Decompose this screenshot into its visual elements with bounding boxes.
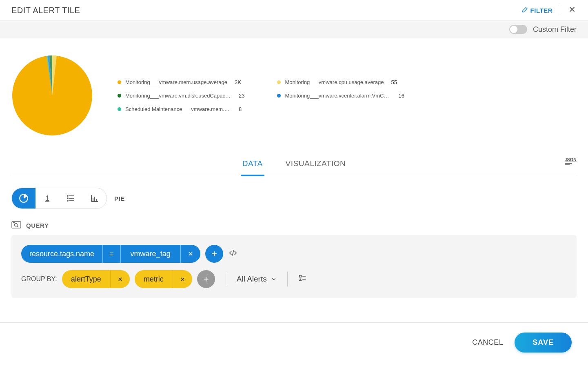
divider bbox=[560, 5, 560, 15]
svg-point-17 bbox=[14, 222, 15, 223]
legend-item: Scheduled Maintenance___vmware.mem.usage… bbox=[118, 106, 244, 112]
viz-pie-button[interactable] bbox=[12, 188, 36, 209]
tabs-bar: DATA VISUALIZATION JSON bbox=[11, 153, 577, 176]
close-button[interactable] bbox=[568, 5, 577, 16]
svg-point-2 bbox=[67, 195, 68, 196]
legend-label: Monitoring___vmware.vm.disk.usedCapacity… bbox=[125, 93, 231, 99]
svg-point-4 bbox=[67, 198, 68, 199]
legend-dot-icon bbox=[118, 94, 121, 98]
json-icon bbox=[565, 163, 572, 164]
query-icon bbox=[11, 221, 21, 229]
header-actions: FILTER bbox=[521, 5, 577, 16]
legend-dot-icon bbox=[118, 80, 121, 84]
query-box: resource.tags.name = vmware_tag GROUP BY… bbox=[11, 235, 577, 298]
filter-value[interactable]: vmware_tag bbox=[121, 245, 180, 263]
filter-button[interactable]: FILTER bbox=[521, 7, 552, 14]
svg-point-14 bbox=[15, 224, 18, 226]
tab-visualization[interactable]: VISUALIZATION bbox=[284, 153, 348, 176]
chart-area: Monitoring___vmware.mem.usage.average 3K… bbox=[0, 38, 588, 153]
legend-label: Monitoring___vmware.mem.usage.average bbox=[125, 79, 227, 85]
legend-column: Monitoring___vmware.cpu.usage.average 55… bbox=[277, 79, 404, 112]
viz-selector-row: 1 PIE bbox=[0, 176, 588, 213]
group-tag-label: alertType bbox=[62, 270, 110, 288]
divider bbox=[287, 272, 288, 286]
viz-number-button[interactable]: 1 bbox=[36, 188, 59, 209]
chevron-down-icon bbox=[271, 276, 277, 282]
custom-filter-label: Custom Filter bbox=[533, 25, 577, 34]
legend-value: 8 bbox=[239, 106, 242, 112]
viz-bar-button[interactable] bbox=[83, 188, 107, 209]
legend-dot-icon bbox=[118, 107, 121, 111]
filter-remove-button[interactable] bbox=[180, 245, 200, 263]
group-tag[interactable]: metric bbox=[135, 270, 192, 288]
alerts-dropdown[interactable]: All Alerts bbox=[237, 275, 277, 284]
save-button[interactable]: SAVE bbox=[515, 333, 572, 353]
code-icon bbox=[228, 249, 238, 257]
json-button[interactable]: JSON bbox=[565, 157, 577, 165]
legend-label: Monitoring___vmware.vcenter.alarm.VmCPUU… bbox=[285, 93, 391, 99]
number-icon: 1 bbox=[45, 194, 49, 203]
bar-chart-icon bbox=[90, 193, 100, 203]
query-header: QUERY bbox=[11, 221, 577, 229]
pie-icon bbox=[18, 193, 29, 204]
svg-point-16 bbox=[13, 222, 13, 223]
subheader-bar: Custom Filter bbox=[0, 21, 588, 38]
sort-button[interactable] bbox=[298, 274, 307, 284]
viz-list-button[interactable] bbox=[59, 188, 83, 209]
legend-column: Monitoring___vmware.mem.usage.average 3K… bbox=[118, 79, 244, 112]
group-tag[interactable]: alertType bbox=[62, 270, 130, 288]
legend-value: 23 bbox=[239, 93, 244, 99]
legend-item: Monitoring___vmware.mem.usage.average 3K bbox=[118, 79, 244, 85]
group-tag-remove-button[interactable] bbox=[173, 270, 192, 288]
close-icon bbox=[187, 251, 194, 257]
groupby-row: GROUP BY: alertType metric All Alerts bbox=[21, 270, 567, 288]
svg-line-15 bbox=[17, 226, 18, 227]
legend-value: 16 bbox=[398, 93, 404, 99]
plus-icon bbox=[210, 250, 218, 258]
cancel-button[interactable]: CANCEL bbox=[472, 338, 503, 347]
legend-item: Monitoring___vmware.vm.disk.usedCapacity… bbox=[118, 93, 244, 99]
list-icon bbox=[66, 193, 76, 203]
add-group-button[interactable] bbox=[197, 270, 215, 288]
custom-filter-toggle[interactable] bbox=[509, 25, 527, 34]
group-tag-remove-button[interactable] bbox=[110, 270, 130, 288]
filter-row: resource.tags.name = vmware_tag bbox=[21, 245, 567, 263]
svg-point-6 bbox=[67, 200, 68, 201]
json-icon bbox=[565, 164, 570, 165]
page-title: EDIT ALERT TILE bbox=[11, 6, 80, 15]
viz-type-selector: 1 bbox=[11, 188, 107, 209]
legend-value: 55 bbox=[391, 79, 397, 85]
edit-icon bbox=[521, 7, 528, 14]
filter-pill[interactable]: resource.tags.name = vmware_tag bbox=[21, 245, 200, 263]
filter-op[interactable]: = bbox=[102, 245, 121, 263]
legend-item: Monitoring___vmware.vcenter.alarm.VmCPUU… bbox=[277, 93, 404, 99]
legend-dot-icon bbox=[277, 94, 281, 98]
plus-icon bbox=[202, 275, 210, 283]
query-section: QUERY resource.tags.name = vmware_tag GR bbox=[0, 213, 588, 314]
legend: Monitoring___vmware.mem.usage.average 3K… bbox=[118, 79, 577, 112]
query-label: QUERY bbox=[26, 222, 49, 229]
tab-data[interactable]: DATA bbox=[241, 153, 264, 176]
code-toggle-button[interactable] bbox=[228, 249, 238, 259]
divider bbox=[226, 272, 226, 286]
legend-label: Monitoring___vmware.cpu.usage.average bbox=[285, 79, 384, 85]
close-icon bbox=[117, 276, 123, 282]
close-icon bbox=[180, 276, 186, 282]
close-icon bbox=[568, 5, 577, 14]
legend-item: Monitoring___vmware.cpu.usage.average 55 bbox=[277, 79, 404, 85]
header-bar: EDIT ALERT TILE FILTER bbox=[0, 0, 588, 21]
pie-chart bbox=[11, 55, 93, 136]
legend-dot-icon bbox=[277, 80, 281, 84]
add-filter-button[interactable] bbox=[205, 245, 223, 263]
tabs: DATA VISUALIZATION bbox=[241, 153, 347, 176]
group-tag-label: metric bbox=[135, 270, 173, 288]
json-label: JSON bbox=[565, 157, 577, 162]
legend-value: 3K bbox=[235, 79, 241, 85]
filter-label: FILTER bbox=[530, 7, 552, 14]
groupby-label: GROUP BY: bbox=[21, 275, 57, 283]
viz-selected-label: PIE bbox=[114, 195, 125, 202]
legend-label: Scheduled Maintenance___vmware.mem.usage… bbox=[125, 106, 231, 112]
filter-field[interactable]: resource.tags.name bbox=[21, 245, 102, 263]
sort-icon bbox=[298, 274, 307, 283]
footer-bar: CANCEL SAVE bbox=[0, 322, 588, 362]
